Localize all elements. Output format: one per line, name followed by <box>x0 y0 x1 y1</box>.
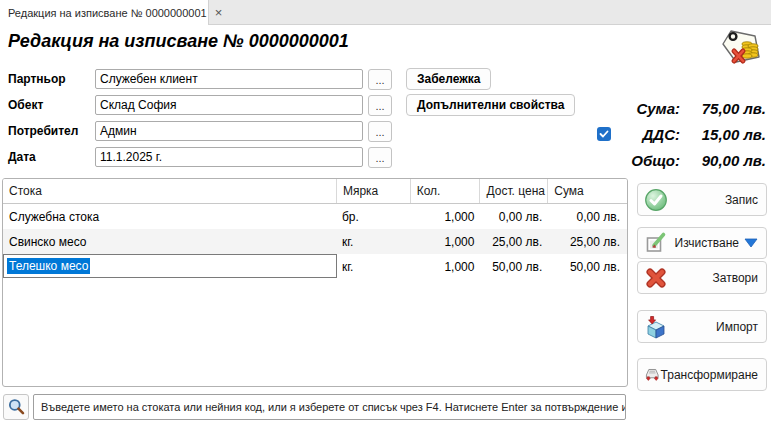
search-button[interactable] <box>3 394 29 420</box>
save-check-icon <box>644 188 668 212</box>
search-icon <box>7 398 25 416</box>
clear-button-label: Изчистване <box>668 236 739 250</box>
object-label: Обект <box>8 98 43 112</box>
sum-row: Сума: 75,00 лв. <box>597 95 766 121</box>
item-name-cell: Служебна стока <box>3 210 336 224</box>
partner-label: Партньор <box>8 72 66 86</box>
partner-browse-button[interactable]: ... <box>368 69 392 90</box>
object-input[interactable]: Склад София <box>95 95 363 115</box>
vat-label: ДДС: <box>618 126 680 143</box>
check-icon <box>599 129 609 139</box>
close-x-icon <box>644 266 668 290</box>
table-row[interactable]: Служебна стока бр. 1,000 0,00 лв. 0,00 л… <box>3 204 627 229</box>
grid-header: Стока Мярка Кол. Дост. цена Сума <box>3 179 627 204</box>
item-name-editor[interactable]: Телешко месо <box>3 254 337 278</box>
column-header-item[interactable]: Стока <box>3 179 336 203</box>
object-browse-button[interactable]: ... <box>368 95 392 116</box>
vat-value: 15,00 лв. <box>680 126 766 143</box>
transform-button[interactable]: Трансформиране <box>637 358 767 391</box>
price-cell: 50,00 лв. <box>479 260 547 274</box>
total-label: Общо: <box>618 152 680 169</box>
write-off-edit-window: Редакция на изписване № 0000000001 × Ред… <box>0 0 771 425</box>
item-search-input[interactable]: Въведете името на стоката или нейния код… <box>33 394 626 420</box>
partner-input[interactable]: Служебен клиент <box>95 69 363 89</box>
sum-cell: 25,00 лв. <box>547 235 627 249</box>
import-button-label: Импорт <box>668 320 758 334</box>
save-button[interactable]: Запис <box>637 183 767 216</box>
tab-strip: Редакция на изписване № 0000000001 × <box>0 0 771 25</box>
note-button[interactable]: Забележка <box>406 68 491 90</box>
tab-close-icon[interactable]: × <box>215 6 223 19</box>
vat-checkbox[interactable] <box>597 127 611 141</box>
measure-cell: бр. <box>336 210 410 224</box>
total-row: Общо: 90,00 лв. <box>597 147 766 173</box>
column-header-qty[interactable]: Кол. <box>410 179 480 203</box>
total-value: 90,00 лв. <box>680 152 766 169</box>
additional-properties-button[interactable]: Допълнителни свойства <box>406 94 575 116</box>
item-name-cell: Свинско месо <box>3 235 336 249</box>
import-cube-icon <box>644 315 668 339</box>
table-row-editing[interactable]: Телешко месо кг. 1,000 50,00 лв. 50,00 л… <box>3 254 627 279</box>
items-grid: Стока Мярка Кол. Дост. цена Сума Служебн… <box>2 178 628 387</box>
qty-cell: 1,000 <box>410 210 480 224</box>
user-input[interactable]: Админ <box>95 121 363 141</box>
import-button[interactable]: Импорт <box>637 310 767 343</box>
date-label: Дата <box>8 150 36 164</box>
selected-text: Телешко месо <box>7 258 90 274</box>
tab-title: Редакция на изписване № 0000000001 <box>8 7 207 19</box>
close-button[interactable]: Затвори <box>637 261 767 294</box>
totals-panel: Сума: 75,00 лв. ДДС: 15,00 лв. Общо: 90,… <box>597 95 766 173</box>
sum-value: 75,00 лв. <box>680 100 766 117</box>
measure-cell: кг. <box>336 235 410 249</box>
column-header-sum[interactable]: Сума <box>547 179 627 203</box>
close-button-label: Затвори <box>668 271 758 285</box>
save-button-label: Запис <box>668 193 758 207</box>
price-cell: 0,00 лв. <box>479 210 547 224</box>
sum-cell: 0,00 лв. <box>547 210 627 224</box>
qty-cell: 1,000 <box>410 260 480 274</box>
qty-cell: 1,000 <box>410 235 480 249</box>
write-off-tag-coins-icon <box>719 28 763 72</box>
sum-cell: 50,00 лв. <box>547 260 627 274</box>
column-header-price[interactable]: Дост. цена <box>479 179 547 203</box>
date-browse-button[interactable]: ... <box>368 147 392 168</box>
table-row[interactable]: Свинско месо кг. 1,000 25,00 лв. 25,00 л… <box>3 229 627 254</box>
measure-cell: кг. <box>336 260 410 274</box>
date-input[interactable]: 11.1.2025 г. <box>95 147 363 167</box>
transform-tray-icon <box>644 363 661 387</box>
page-title: Редакция на изписване № 0000000001 <box>8 31 349 52</box>
sum-label: Сума: <box>618 100 680 117</box>
clear-button[interactable]: Изчистване <box>637 227 767 259</box>
user-browse-button[interactable]: ... <box>368 121 392 142</box>
price-cell: 25,00 лв. <box>479 235 547 249</box>
transform-button-label: Трансформиране <box>661 368 758 382</box>
tab-write-off-edit[interactable]: Редакция на изписване № 0000000001 × <box>0 0 209 25</box>
chevron-down-icon <box>744 238 758 248</box>
column-header-measure[interactable]: Мярка <box>336 179 410 203</box>
user-label: Потребител <box>8 124 78 138</box>
clear-eraser-icon <box>644 231 668 255</box>
vat-row: ДДС: 15,00 лв. <box>597 121 766 147</box>
item-name-editor-wrap: Телешко месо <box>3 254 336 279</box>
